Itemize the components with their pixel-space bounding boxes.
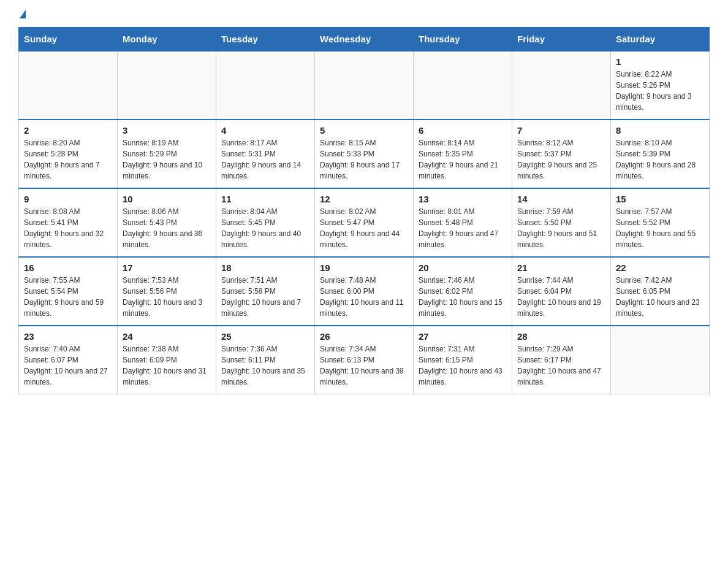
- day-info: Sunrise: 7:44 AMSunset: 6:04 PMDaylight:…: [517, 275, 605, 319]
- calendar-cell: 8Sunrise: 8:10 AMSunset: 5:39 PMDaylight…: [611, 120, 710, 188]
- weekday-header-sunday: Sunday: [19, 28, 118, 52]
- day-info: Sunrise: 7:42 AMSunset: 6:05 PMDaylight:…: [616, 275, 704, 319]
- logo-arrow-icon: [20, 10, 26, 18]
- calendar-cell: [118, 51, 216, 120]
- day-number: 20: [419, 262, 507, 273]
- weekday-header-row: SundayMondayTuesdayWednesdayThursdayFrid…: [19, 28, 710, 52]
- calendar-cell: 3Sunrise: 8:19 AMSunset: 5:29 PMDaylight…: [118, 120, 216, 188]
- day-info: Sunrise: 8:17 AMSunset: 5:31 PMDaylight:…: [221, 137, 309, 182]
- day-number: 17: [123, 262, 211, 273]
- calendar-week-1: 1Sunrise: 8:22 AMSunset: 5:26 PMDaylight…: [19, 51, 710, 120]
- calendar-cell: [512, 51, 611, 120]
- day-info: Sunrise: 8:12 AMSunset: 5:37 PMDaylight:…: [517, 137, 605, 182]
- calendar-header: SundayMondayTuesdayWednesdayThursdayFrid…: [19, 28, 710, 52]
- calendar-cell: [19, 51, 118, 120]
- day-info: Sunrise: 7:59 AMSunset: 5:50 PMDaylight:…: [517, 206, 605, 250]
- day-number: 6: [419, 125, 507, 136]
- day-info: Sunrise: 7:57 AMSunset: 5:52 PMDaylight:…: [616, 206, 704, 250]
- weekday-header-saturday: Saturday: [611, 28, 710, 52]
- day-number: 26: [320, 331, 408, 342]
- calendar-cell: 1Sunrise: 8:22 AMSunset: 5:26 PMDaylight…: [611, 51, 710, 120]
- calendar-cell: [611, 326, 710, 394]
- calendar-cell: 2Sunrise: 8:20 AMSunset: 5:28 PMDaylight…: [19, 120, 118, 188]
- calendar-cell: 5Sunrise: 8:15 AMSunset: 5:33 PMDaylight…: [315, 120, 414, 188]
- day-info: Sunrise: 8:22 AMSunset: 5:26 PMDaylight:…: [616, 69, 704, 113]
- calendar-body: 1Sunrise: 8:22 AMSunset: 5:26 PMDaylight…: [19, 51, 710, 394]
- weekday-header-monday: Monday: [118, 28, 216, 52]
- calendar-cell: 18Sunrise: 7:51 AMSunset: 5:58 PMDayligh…: [216, 257, 315, 326]
- day-info: Sunrise: 7:51 AMSunset: 5:58 PMDaylight:…: [221, 275, 309, 319]
- calendar-cell: 25Sunrise: 7:36 AMSunset: 6:11 PMDayligh…: [216, 326, 315, 394]
- calendar-cell: 16Sunrise: 7:55 AMSunset: 5:54 PMDayligh…: [19, 257, 118, 326]
- day-info: Sunrise: 7:34 AMSunset: 6:13 PMDaylight:…: [320, 343, 408, 388]
- day-info: Sunrise: 8:06 AMSunset: 5:43 PMDaylight:…: [123, 206, 211, 250]
- day-info: Sunrise: 7:29 AMSunset: 6:17 PMDaylight:…: [517, 343, 605, 388]
- calendar-cell: 17Sunrise: 7:53 AMSunset: 5:56 PMDayligh…: [118, 257, 216, 326]
- day-number: 19: [320, 262, 408, 273]
- day-info: Sunrise: 8:02 AMSunset: 5:47 PMDaylight:…: [320, 206, 408, 250]
- calendar-cell: 28Sunrise: 7:29 AMSunset: 6:17 PMDayligh…: [512, 326, 611, 394]
- calendar-week-5: 23Sunrise: 7:40 AMSunset: 6:07 PMDayligh…: [19, 326, 710, 394]
- calendar-cell: 23Sunrise: 7:40 AMSunset: 6:07 PMDayligh…: [19, 326, 118, 394]
- day-info: Sunrise: 7:40 AMSunset: 6:07 PMDaylight:…: [24, 343, 112, 388]
- day-info: Sunrise: 8:01 AMSunset: 5:48 PMDaylight:…: [419, 206, 507, 250]
- calendar-cell: 21Sunrise: 7:44 AMSunset: 6:04 PMDayligh…: [512, 257, 611, 326]
- day-number: 11: [221, 194, 309, 204]
- day-number: 16: [24, 262, 112, 273]
- calendar-cell: 24Sunrise: 7:38 AMSunset: 6:09 PMDayligh…: [118, 326, 216, 394]
- day-info: Sunrise: 8:08 AMSunset: 5:41 PMDaylight:…: [24, 206, 112, 250]
- day-number: 15: [616, 194, 704, 204]
- weekday-header-friday: Friday: [512, 28, 611, 52]
- calendar-cell: 11Sunrise: 8:04 AMSunset: 5:45 PMDayligh…: [216, 188, 315, 257]
- day-number: 28: [517, 331, 605, 342]
- day-info: Sunrise: 7:38 AMSunset: 6:09 PMDaylight:…: [123, 343, 211, 388]
- day-number: 22: [616, 262, 704, 273]
- calendar-cell: 27Sunrise: 7:31 AMSunset: 6:15 PMDayligh…: [414, 326, 512, 394]
- day-number: 12: [320, 194, 408, 204]
- day-number: 2: [24, 125, 112, 136]
- day-number: 5: [320, 125, 408, 136]
- calendar-week-2: 2Sunrise: 8:20 AMSunset: 5:28 PMDaylight…: [19, 120, 710, 188]
- calendar-week-3: 9Sunrise: 8:08 AMSunset: 5:41 PMDaylight…: [19, 188, 710, 257]
- day-info: Sunrise: 8:19 AMSunset: 5:29 PMDaylight:…: [123, 137, 211, 182]
- day-number: 4: [221, 125, 309, 136]
- calendar-cell: 26Sunrise: 7:34 AMSunset: 6:13 PMDayligh…: [315, 326, 414, 394]
- day-number: 27: [419, 331, 507, 342]
- calendar-cell: 19Sunrise: 7:48 AMSunset: 6:00 PMDayligh…: [315, 257, 414, 326]
- day-info: Sunrise: 7:46 AMSunset: 6:02 PMDaylight:…: [419, 275, 507, 319]
- logo-top-row: [18, 12, 26, 21]
- day-number: 8: [616, 125, 704, 136]
- day-number: 9: [24, 194, 112, 204]
- day-info: Sunrise: 7:31 AMSunset: 6:15 PMDaylight:…: [419, 343, 507, 388]
- calendar-cell: 12Sunrise: 8:02 AMSunset: 5:47 PMDayligh…: [315, 188, 414, 257]
- day-number: 3: [123, 125, 211, 136]
- weekday-header-wednesday: Wednesday: [315, 28, 414, 52]
- calendar-cell: 15Sunrise: 7:57 AMSunset: 5:52 PMDayligh…: [611, 188, 710, 257]
- weekday-header-tuesday: Tuesday: [216, 28, 315, 52]
- day-number: 18: [221, 262, 309, 273]
- day-info: Sunrise: 7:36 AMSunset: 6:11 PMDaylight:…: [221, 343, 309, 388]
- day-info: Sunrise: 8:14 AMSunset: 5:35 PMDaylight:…: [419, 137, 507, 182]
- page-header: [18, 12, 710, 21]
- calendar-cell: 10Sunrise: 8:06 AMSunset: 5:43 PMDayligh…: [118, 188, 216, 257]
- calendar-cell: [414, 51, 512, 120]
- calendar-cell: 9Sunrise: 8:08 AMSunset: 5:41 PMDaylight…: [19, 188, 118, 257]
- day-info: Sunrise: 8:20 AMSunset: 5:28 PMDaylight:…: [24, 137, 112, 182]
- calendar-week-4: 16Sunrise: 7:55 AMSunset: 5:54 PMDayligh…: [19, 257, 710, 326]
- calendar-cell: 22Sunrise: 7:42 AMSunset: 6:05 PMDayligh…: [611, 257, 710, 326]
- day-number: 13: [419, 194, 507, 204]
- day-info: Sunrise: 8:10 AMSunset: 5:39 PMDaylight:…: [616, 137, 704, 182]
- day-number: 10: [123, 194, 211, 204]
- calendar-cell: 14Sunrise: 7:59 AMSunset: 5:50 PMDayligh…: [512, 188, 611, 257]
- day-info: Sunrise: 7:55 AMSunset: 5:54 PMDaylight:…: [24, 275, 112, 319]
- calendar-cell: 20Sunrise: 7:46 AMSunset: 6:02 PMDayligh…: [414, 257, 512, 326]
- day-info: Sunrise: 8:04 AMSunset: 5:45 PMDaylight:…: [221, 206, 309, 250]
- day-info: Sunrise: 8:15 AMSunset: 5:33 PMDaylight:…: [320, 137, 408, 182]
- day-number: 25: [221, 331, 309, 342]
- weekday-header-thursday: Thursday: [414, 28, 512, 52]
- day-info: Sunrise: 7:48 AMSunset: 6:00 PMDaylight:…: [320, 275, 408, 319]
- calendar-table: SundayMondayTuesdayWednesdayThursdayFrid…: [18, 27, 710, 394]
- logo: [18, 12, 26, 21]
- calendar-cell: [315, 51, 414, 120]
- day-number: 21: [517, 262, 605, 273]
